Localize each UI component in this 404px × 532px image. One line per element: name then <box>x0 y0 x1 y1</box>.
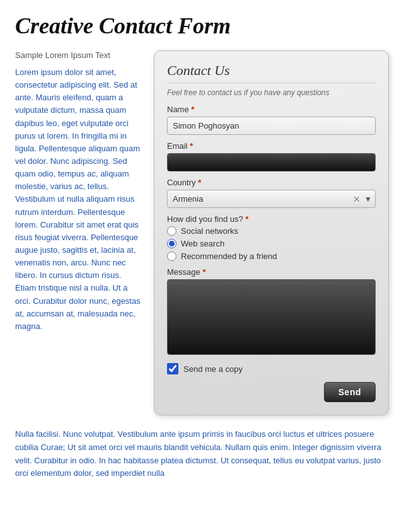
select-clear-icon[interactable]: ✕ <box>353 194 361 204</box>
name-label: Name * <box>167 105 376 114</box>
send-button[interactable]: Send <box>324 382 376 402</box>
copy-checkbox-row: Send me a copy <box>167 363 376 374</box>
message-field-group: Message * <box>167 267 376 357</box>
contact-card: Contact Us Feel free to contact us if yo… <box>154 50 389 415</box>
email-label: Email * <box>167 141 376 151</box>
radio-friend-label: Recommended by a friend <box>181 252 277 261</box>
copy-label: Send me a copy <box>183 364 243 374</box>
footer-text: Nulla facilisi. Nunc volutpat. Vestibulu… <box>15 428 389 480</box>
name-input[interactable] <box>167 117 376 135</box>
how-label: How did you find us? * <box>167 214 376 224</box>
radio-web-input[interactable] <box>167 239 176 248</box>
card-subtitle: Feel free to contact us if you have any … <box>167 88 376 97</box>
radio-group: Social networks Web search Recommended b… <box>167 226 376 261</box>
message-textarea[interactable] <box>167 279 376 355</box>
radio-social-input[interactable] <box>167 226 176 236</box>
radio-social[interactable]: Social networks <box>167 226 376 236</box>
radio-web-label: Web search <box>181 239 224 248</box>
country-label: Country * <box>167 178 376 187</box>
card-divider <box>167 83 376 83</box>
country-select[interactable]: Armenia United States United Kingdom Fra… <box>167 190 376 208</box>
send-row: Send <box>167 382 376 402</box>
name-field-group: Name * <box>167 105 376 135</box>
card-title: Contact Us <box>167 62 376 79</box>
country-field-group: Country * Armenia United States United K… <box>167 178 376 208</box>
left-body-text: Lorem ipsum dolor sit amet, consectetur … <box>15 66 141 333</box>
how-field-group: How did you find us? * Social networks W… <box>167 214 376 261</box>
email-input[interactable] <box>167 153 376 171</box>
sample-label: Sample Lorem Ipsum Text <box>15 50 141 60</box>
message-label: Message * <box>167 267 376 277</box>
country-select-wrap: Armenia United States United Kingdom Fra… <box>167 190 376 208</box>
radio-web[interactable]: Web search <box>167 239 376 248</box>
email-field-group: Email * <box>167 141 376 171</box>
radio-social-label: Social networks <box>181 226 238 236</box>
radio-friend-input[interactable] <box>167 252 176 261</box>
radio-friend[interactable]: Recommended by a friend <box>167 252 376 261</box>
page-title: Creative Contact Form <box>15 13 389 39</box>
copy-checkbox[interactable] <box>167 363 178 374</box>
